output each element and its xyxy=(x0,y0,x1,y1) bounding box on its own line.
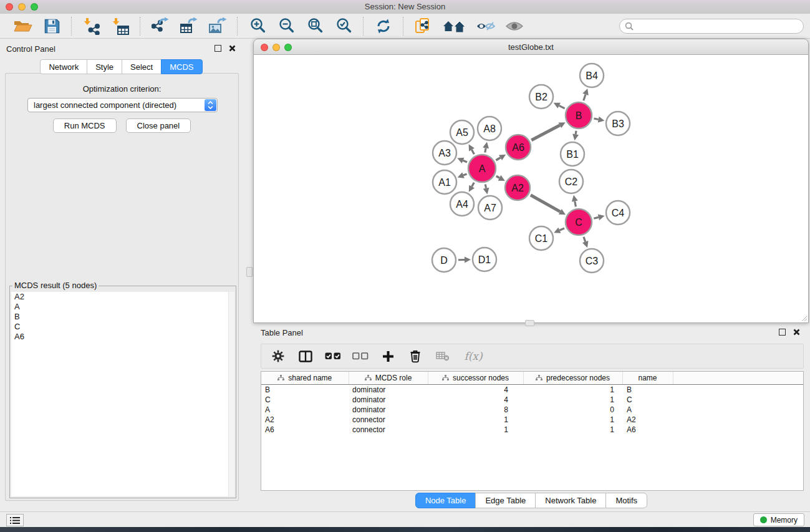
graph-edge-A6-B[interactable] xyxy=(531,125,560,140)
graph-edge-C-C3[interactable] xyxy=(584,237,586,242)
graph-edge-B-B4[interactable] xyxy=(584,94,586,100)
column-header-predecessor-nodes[interactable]: predecessor nodes xyxy=(523,372,622,385)
graph-node-D1[interactable]: D1 xyxy=(473,248,496,271)
search-input[interactable] xyxy=(637,20,803,32)
graph-node-C4[interactable]: C4 xyxy=(606,201,630,225)
tab-style[interactable]: Style xyxy=(87,59,122,74)
graph-edge-A-A3[interactable] xyxy=(463,160,467,162)
tab-mcds[interactable]: MCDS xyxy=(161,59,202,74)
deselect-all-rows-button[interactable] xyxy=(350,347,371,365)
float-panel-icon[interactable] xyxy=(215,45,221,52)
create-column-button[interactable] xyxy=(377,347,398,365)
show-panels-button[interactable] xyxy=(6,514,24,526)
list-item[interactable]: C xyxy=(11,322,234,332)
list-item[interactable]: A xyxy=(11,302,234,312)
graph-node-C2[interactable]: C2 xyxy=(559,170,583,193)
resize-handle-icon[interactable] xyxy=(800,314,808,322)
column-visibility-button[interactable] xyxy=(295,347,316,365)
zoom-fit-button[interactable] xyxy=(305,17,325,36)
result-scrollbar[interactable] xyxy=(228,292,234,496)
list-item[interactable]: A6 xyxy=(11,332,234,342)
column-header-shared-name[interactable]: shared name xyxy=(261,372,349,385)
graph-edge-C-C4[interactable] xyxy=(594,217,599,218)
criterion-dropdown[interactable]: largest connected component (directed) xyxy=(27,98,218,112)
clear-table-button[interactable] xyxy=(432,347,453,365)
import-network-button[interactable] xyxy=(82,17,102,36)
select-all-rows-button[interactable] xyxy=(322,347,344,365)
zoom-in-button[interactable] xyxy=(248,17,268,36)
graph-edge-A2-C[interactable] xyxy=(531,195,560,212)
open-file-button[interactable] xyxy=(13,17,33,36)
graph-node-C3[interactable]: C3 xyxy=(580,249,604,273)
export-image-button[interactable] xyxy=(208,17,228,36)
tab-motifs[interactable]: Motifs xyxy=(605,493,647,508)
graph-edge-C-C1[interactable] xyxy=(559,228,564,230)
network-graph[interactable]: B4B2BB3A8A5A6A3B1AC2A1A2A4A7C4CC1C3DD1 xyxy=(254,55,808,322)
graph-edge-C-C2[interactable] xyxy=(575,201,576,206)
column-header-mcds-role[interactable]: MCDS role xyxy=(349,372,428,385)
home-view-button[interactable] xyxy=(442,17,467,36)
graph-node-B2[interactable]: B2 xyxy=(529,85,553,109)
table-row[interactable]: Adominator80A xyxy=(261,405,803,415)
delete-column-button[interactable] xyxy=(405,347,426,365)
save-session-button[interactable] xyxy=(42,17,62,36)
function-builder-button[interactable]: f(x) xyxy=(460,347,487,365)
graph-node-A2[interactable]: A2 xyxy=(505,175,530,200)
table-row[interactable]: A2connector11A2 xyxy=(261,415,803,425)
table-settings-button[interactable] xyxy=(268,347,289,365)
search-box[interactable] xyxy=(619,19,804,34)
graph-node-B1[interactable]: B1 xyxy=(561,142,584,166)
graph-node-A7[interactable]: A7 xyxy=(478,196,502,220)
graph-node-D[interactable]: D xyxy=(432,248,456,272)
export-network-button[interactable] xyxy=(150,17,170,36)
tab-edge-table[interactable]: Edge Table xyxy=(475,493,536,508)
graph-node-C[interactable]: C xyxy=(566,209,592,235)
graph-node-B3[interactable]: B3 xyxy=(606,112,630,135)
hide-graphics-details-button[interactable] xyxy=(476,17,496,36)
table-row[interactable]: A6connector11A6 xyxy=(261,425,803,435)
graph-node-A6[interactable]: A6 xyxy=(506,135,531,160)
run-mcds-button[interactable]: Run MCDS xyxy=(53,118,117,133)
close-table-panel-icon[interactable] xyxy=(793,329,800,336)
graph-edge-A-A7[interactable] xyxy=(485,184,486,188)
tab-network-table[interactable]: Network Table xyxy=(535,493,606,508)
graph-node-B[interactable]: B xyxy=(566,102,592,128)
clone-network-button[interactable] xyxy=(413,17,433,36)
import-table-button[interactable] xyxy=(110,17,130,36)
graph-edge-A-A8[interactable] xyxy=(485,148,486,152)
vertical-splitter-handle[interactable] xyxy=(246,267,253,277)
graph-edge-A-A1[interactable] xyxy=(463,174,467,175)
graph-node-A1[interactable]: A1 xyxy=(433,170,456,194)
graph-edge-A-A4[interactable] xyxy=(472,183,475,186)
graph-edge-B-B2[interactable] xyxy=(559,105,565,109)
column-header-successor-nodes[interactable]: successor nodes xyxy=(428,372,523,385)
column-header-name[interactable]: name xyxy=(622,372,673,385)
list-item[interactable]: B xyxy=(11,312,234,322)
close-panel-button[interactable]: Close panel xyxy=(126,118,191,133)
export-table-button[interactable] xyxy=(179,17,199,36)
close-panel-icon[interactable] xyxy=(229,45,236,52)
graph-node-C1[interactable]: C1 xyxy=(529,226,553,250)
table-row[interactable]: Cdominator41C xyxy=(261,395,803,405)
graph-edge-A-A2[interactable] xyxy=(496,176,499,178)
zoom-out-button[interactable] xyxy=(276,17,296,36)
graph-node-A3[interactable]: A3 xyxy=(433,141,456,165)
refresh-layout-button[interactable] xyxy=(374,17,393,36)
memory-button[interactable]: Memory xyxy=(753,513,804,526)
graph-edge-B-B1[interactable] xyxy=(576,131,576,135)
graph-node-B4[interactable]: B4 xyxy=(580,64,604,87)
graph-node-A[interactable]: A xyxy=(468,155,496,182)
list-item[interactable]: A2 xyxy=(11,292,234,302)
graph-node-A4[interactable]: A4 xyxy=(450,192,474,216)
table-row[interactable]: Bdominator41B xyxy=(261,385,803,395)
network-canvas[interactable]: B4B2BB3A8A5A6A3B1AC2A1A2A4A7C4CC1C3DD1 xyxy=(253,55,809,323)
tab-select[interactable]: Select xyxy=(122,59,162,74)
graph-edge-A-A5[interactable] xyxy=(471,150,474,154)
show-graphics-details-button[interactable] xyxy=(504,17,524,36)
tab-node-table[interactable]: Node Table xyxy=(415,493,476,508)
graph-node-A8[interactable]: A8 xyxy=(478,117,501,140)
graph-edge-B-B3[interactable] xyxy=(594,118,598,119)
float-table-panel-icon[interactable] xyxy=(779,329,786,336)
zoom-selected-button[interactable] xyxy=(334,17,354,36)
tab-network[interactable]: Network xyxy=(40,59,87,74)
